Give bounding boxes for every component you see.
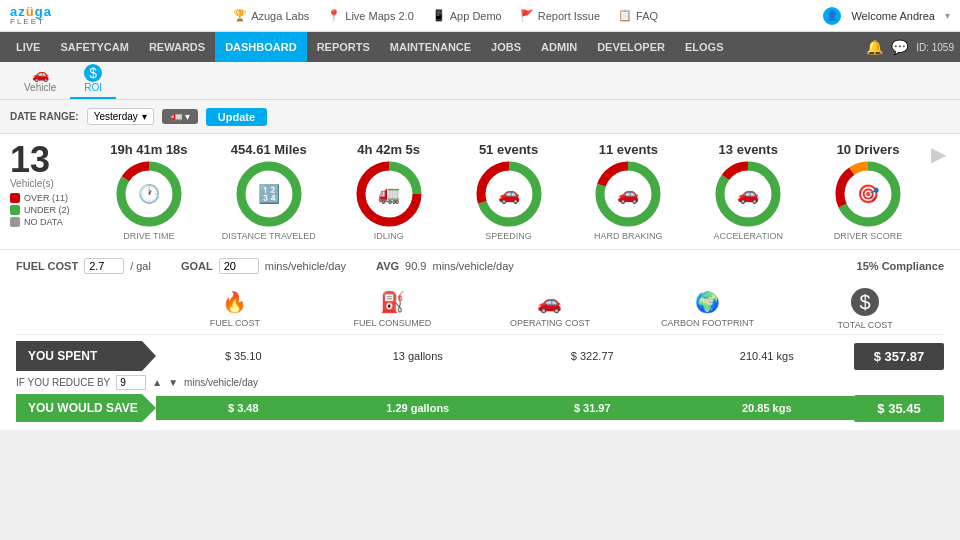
avg-unit-label: mins/vehicle/day: [433, 260, 514, 272]
reduce-label: IF YOU REDUCE BY: [16, 377, 110, 388]
metric-item-6: 10 Drivers🎯DRIVER SCORE: [809, 142, 927, 245]
dropdown-chevron-icon[interactable]: ▾: [945, 10, 950, 21]
nav-faq[interactable]: 📋 FAQ: [618, 9, 658, 22]
donut-wrap-3: 🚗: [472, 157, 546, 231]
nav-rewards[interactable]: REWARDS: [139, 32, 215, 62]
nav-reports[interactable]: REPORTS: [307, 32, 380, 62]
vehicle-filter-button[interactable]: 🚛 ▾: [162, 109, 198, 124]
compliance-badge: 15% Compliance: [857, 260, 944, 272]
date-range-label: DATE RANGE:: [10, 111, 79, 122]
welcome-text: Welcome Andrea: [851, 10, 935, 22]
truck-icon: 🚛: [170, 111, 182, 122]
col-total-cost: $ TOTAL COST: [786, 288, 944, 330]
fuel-cost-input[interactable]: [84, 258, 124, 274]
nav-live[interactable]: LIVE: [6, 32, 50, 62]
goal-input[interactable]: [219, 258, 259, 274]
save-fuel-cost: $ 3.48: [156, 396, 331, 420]
goal-label: GOAL: [181, 260, 213, 272]
metric-item-2: 4h 42m 5s🚛IDLING: [330, 142, 448, 245]
per-gal-label: / gal: [130, 260, 151, 272]
legend-no-data: NO DATA: [10, 217, 80, 227]
donut-icon-2: 🚛: [378, 183, 400, 205]
spent-carbon-footprint: 210.41 kgs: [680, 344, 855, 368]
avg-value: 90.9: [405, 260, 426, 272]
you-would-save-label: YOU WOULD SAVE: [16, 394, 156, 422]
metric-item-4: 11 events🚗HARD BRAKING: [569, 142, 687, 245]
nav-maintenance[interactable]: MAINTENANCE: [380, 32, 481, 62]
chat-icon[interactable]: 💬: [891, 39, 908, 55]
logo: azüga FLEET: [10, 5, 52, 26]
faq-icon: 📋: [618, 9, 632, 22]
reduce-spinner-down[interactable]: ▼: [168, 377, 178, 388]
date-range-select[interactable]: Yesterday ▾: [87, 108, 154, 125]
roi-tab-icon: $: [84, 64, 102, 82]
fuel-consumed-col-icon: ⛽: [380, 290, 405, 314]
nav-elogs[interactable]: ELOGS: [675, 32, 734, 62]
vehicle-count-number: 13: [10, 142, 80, 178]
metric-item-1: 454.61 Miles🔢DISTANCE TRAVELED: [210, 142, 328, 245]
reduce-bar: IF YOU REDUCE BY ▲ ▼ mins/vehicle/day: [16, 375, 944, 390]
goal-field: GOAL mins/vehicle/day: [181, 258, 346, 274]
user-avatar: 👤: [823, 7, 841, 25]
avg-label: AVG: [376, 260, 399, 272]
nav-report-issue[interactable]: 🚩 Report Issue: [520, 9, 600, 22]
tab-roi[interactable]: $ ROI: [70, 60, 116, 99]
metric-item-3: 51 events🚗SPEEDING: [450, 142, 568, 245]
save-total-cost: $ 35.45: [854, 395, 944, 422]
save-operating-cost: $ 31.97: [505, 396, 680, 420]
update-button[interactable]: Update: [206, 108, 267, 126]
save-fuel-consumed: 1.29 gallons: [331, 396, 506, 420]
spent-fuel-cost: $ 35.10: [156, 344, 331, 368]
live-maps-icon: 📍: [327, 9, 341, 22]
donut-icon-0: 🕐: [138, 183, 160, 205]
reduce-input[interactable]: [116, 375, 146, 390]
notification-bell-icon[interactable]: 🔔: [866, 39, 883, 55]
col-operating-cost: 🚗 OPERATING COST: [471, 290, 629, 328]
nav-safetycam[interactable]: SAFETYCAM: [50, 32, 138, 62]
vehicle-filter-chevron-icon: ▾: [185, 111, 190, 122]
id-badge: ID: 1059: [916, 42, 954, 53]
avg-field: AVG 90.9 mins/vehicle/day: [376, 260, 514, 272]
spent-total-cost: $ 357.87: [854, 343, 944, 370]
donut-wrap-4: 🚗: [591, 157, 665, 231]
nav-dashboard[interactable]: DASHBOARD: [215, 32, 307, 62]
under-dot: [10, 205, 20, 215]
col-fuel-consumed: ⛽ FUEL CONSUMED: [314, 290, 472, 328]
roi-table-header: 🔥 FUEL COST ⛽ FUEL CONSUMED 🚗 OPERATING …: [16, 284, 944, 335]
date-chevron-icon: ▾: [142, 111, 147, 122]
fuel-cost-field: FUEL COST / gal: [16, 258, 151, 274]
next-metrics-button[interactable]: ▶: [927, 142, 950, 166]
over-dot: [10, 193, 20, 203]
azuga-labs-icon: 🏆: [233, 9, 247, 22]
donut-wrap-1: 🔢: [232, 157, 306, 231]
report-issue-icon: 🚩: [520, 9, 534, 22]
spent-fuel-consumed: 13 gallons: [331, 344, 506, 368]
donut-wrap-6: 🎯: [831, 157, 905, 231]
donut-icon-3: 🚗: [498, 183, 520, 205]
you-spent-row: YOU SPENT $ 35.10 13 gallons $ 322.77 21…: [16, 341, 944, 371]
nav-admin[interactable]: ADMIN: [531, 32, 587, 62]
donut-icon-6: 🎯: [857, 183, 879, 205]
col-fuel-cost: 🔥 FUEL COST: [156, 290, 314, 328]
tab-vehicle[interactable]: 🚗 Vehicle: [10, 62, 70, 99]
no-data-dot: [10, 217, 20, 227]
donut-wrap-0: 🕐: [112, 157, 186, 231]
nav-azuga-labs[interactable]: 🏆 Azuga Labs: [233, 9, 309, 22]
carbon-footprint-col-icon: 🌍: [695, 290, 720, 314]
donut-icon-4: 🚗: [617, 183, 639, 205]
nav-developer[interactable]: DEVELOPER: [587, 32, 675, 62]
metric-item-5: 13 events🚗ACCELERATION: [689, 142, 807, 245]
operating-cost-col-icon: 🚗: [537, 290, 562, 314]
metric-item-0: 19h 41m 18s🕐DRIVE TIME: [90, 142, 208, 245]
reduce-spinner-up[interactable]: ▲: [152, 377, 162, 388]
nav-jobs[interactable]: JOBS: [481, 32, 531, 62]
you-would-save-row: YOU WOULD SAVE $ 3.48 1.29 gallons $ 31.…: [16, 394, 944, 422]
col-carbon-footprint: 🌍 CARBON FOOTPRINT: [629, 290, 787, 328]
donut-icon-1: 🔢: [258, 183, 280, 205]
nav-app-demo[interactable]: 📱 App Demo: [432, 9, 502, 22]
nav-live-maps[interactable]: 📍 Live Maps 2.0: [327, 9, 413, 22]
spent-operating-cost: $ 322.77: [505, 344, 680, 368]
donut-wrap-5: 🚗: [711, 157, 785, 231]
legend-over: OVER (11): [10, 193, 80, 203]
total-cost-col-icon: $: [851, 288, 879, 316]
